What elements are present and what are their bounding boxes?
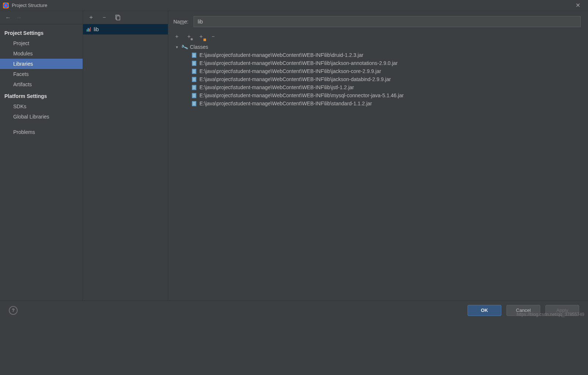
library-item-lib[interactable]: lib bbox=[83, 24, 168, 34]
tree-root-classes[interactable]: ▾ 🔧 Classes bbox=[173, 43, 581, 51]
sidebar-heading-platform: Platform Settings bbox=[0, 90, 83, 101]
sidebar-item-sdks[interactable]: SDKs bbox=[0, 101, 83, 112]
class-path: E:\java\project\student-manage\WebConten… bbox=[199, 76, 391, 82]
class-path: E:\java\project\student-manage\WebConten… bbox=[199, 68, 381, 74]
add-library-button[interactable]: ＋ bbox=[88, 14, 94, 21]
sidebar-list: Project SettingsProjectModulesLibrariesF… bbox=[0, 24, 83, 139]
sidebar-heading-project: Project Settings bbox=[0, 26, 83, 38]
add-annotation-button[interactable]: ＋ bbox=[198, 33, 204, 40]
sidebar-item-problems[interactable]: Problems bbox=[0, 127, 83, 137]
nav-back-icon[interactable]: ← bbox=[5, 14, 11, 21]
add-root-button[interactable]: ＋ bbox=[174, 33, 180, 40]
sidebar: ← → Project SettingsProjectModulesLibrar… bbox=[0, 11, 83, 301]
class-path: E:\java\project\student-manage\WebConten… bbox=[199, 60, 398, 66]
class-entry[interactable]: E:\java\project\student-manage\WebConten… bbox=[173, 91, 581, 99]
sidebar-nav: ← → bbox=[0, 11, 83, 24]
sidebar-item-modules[interactable]: Modules bbox=[0, 48, 83, 59]
library-name-input[interactable] bbox=[194, 16, 581, 27]
copy-library-button[interactable] bbox=[115, 15, 120, 21]
library-item-label: lib bbox=[94, 26, 99, 32]
jar-icon bbox=[192, 93, 196, 98]
class-entry[interactable]: E:\java\project\student-manage\WebConten… bbox=[173, 75, 581, 83]
window-title: Project Structure bbox=[12, 3, 570, 8]
dialog-footer: ? OK Cancel Apply bbox=[0, 301, 588, 320]
library-detail-panel: Name: ＋ ＋ ＋ － ▾ 🔧 Classes E:\java\projec… bbox=[168, 11, 588, 301]
svg-rect-1 bbox=[117, 16, 120, 20]
source-badge-icon bbox=[190, 38, 193, 41]
detail-toolbar: ＋ ＋ ＋ － bbox=[173, 33, 581, 40]
library-toolbar: ＋ － bbox=[83, 11, 168, 24]
sidebar-item-artifacts[interactable]: Artifacts bbox=[0, 79, 83, 90]
jar-icon bbox=[192, 101, 196, 106]
remove-root-button[interactable]: － bbox=[210, 33, 216, 40]
class-entry[interactable]: E:\java\project\student-manage\WebConten… bbox=[173, 51, 581, 59]
nav-forward-icon[interactable]: → bbox=[16, 14, 22, 21]
name-label: Name: bbox=[173, 19, 188, 25]
watermark: https://blog.csdn.net/qq_37855749 bbox=[517, 312, 584, 317]
classes-icon: 🔧 bbox=[181, 43, 188, 51]
jar-icon bbox=[192, 61, 196, 66]
class-path: E:\java\project\student-manage\WebConten… bbox=[199, 101, 372, 106]
library-icon bbox=[87, 27, 91, 32]
library-list: lib bbox=[83, 24, 168, 301]
class-entry[interactable]: E:\java\project\student-manage\WebConten… bbox=[173, 99, 581, 108]
help-button[interactable]: ? bbox=[9, 306, 18, 315]
class-path: E:\java\project\student-manage\WebConten… bbox=[199, 92, 404, 98]
titlebar: Project Structure ✕ bbox=[0, 0, 588, 11]
tree-root-label: Classes bbox=[190, 44, 208, 50]
add-source-button[interactable]: ＋ bbox=[186, 33, 192, 40]
jar-icon bbox=[192, 77, 196, 82]
class-entry[interactable]: E:\java\project\student-manage\WebConten… bbox=[173, 83, 581, 91]
app-icon bbox=[3, 3, 9, 8]
class-path: E:\java\project\student-manage\WebConten… bbox=[199, 52, 363, 58]
close-button[interactable]: ✕ bbox=[570, 0, 585, 11]
library-tree: ▾ 🔧 Classes E:\java\project\student-mana… bbox=[173, 43, 581, 108]
jar-icon bbox=[192, 85, 196, 90]
class-entry[interactable]: E:\java\project\student-manage\WebConten… bbox=[173, 59, 581, 67]
class-path: E:\java\project\student-manage\WebConten… bbox=[199, 84, 354, 90]
class-entry[interactable]: E:\java\project\student-manage\WebConten… bbox=[173, 67, 581, 75]
sidebar-item-project[interactable]: Project bbox=[0, 38, 83, 48]
library-list-panel: ＋ － lib bbox=[83, 11, 168, 301]
annotation-badge-icon bbox=[203, 39, 206, 41]
sidebar-item-global-libraries[interactable]: Global Libraries bbox=[0, 112, 83, 122]
jar-icon bbox=[192, 69, 196, 74]
sidebar-item-facets[interactable]: Facets bbox=[0, 69, 83, 79]
ok-button[interactable]: OK bbox=[468, 305, 501, 316]
sidebar-item-libraries[interactable]: Libraries bbox=[0, 59, 83, 69]
chevron-down-icon: ▾ bbox=[175, 45, 179, 50]
jar-icon bbox=[192, 52, 196, 58]
remove-library-button[interactable]: － bbox=[101, 14, 107, 21]
